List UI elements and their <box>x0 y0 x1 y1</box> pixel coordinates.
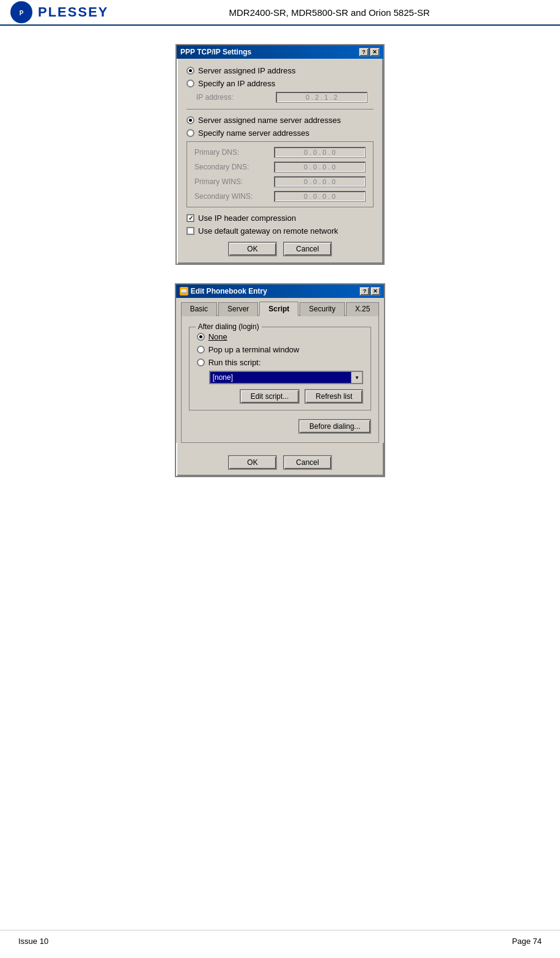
dialog1-titlebar: PPP TCP/IP Settings ? ✕ <box>177 45 383 59</box>
dialog2-cancel-button[interactable]: Cancel <box>283 455 332 470</box>
dialog1-controls: ? ✕ <box>359 48 380 56</box>
dialog2-ok-button[interactable]: OK <box>228 455 277 470</box>
dialog1-ok-button[interactable]: OK <box>228 242 277 256</box>
radio-none[interactable] <box>197 333 205 341</box>
dialog1-help-button[interactable]: ? <box>359 48 369 56</box>
page-title: MDR2400-SR, MDR5800-SR and Orion 5825-SR <box>108 7 550 18</box>
ip-address-group: IP address: 0 . 2 . 1 . 2 <box>196 92 374 103</box>
footer-page: Page 74 <box>512 937 542 946</box>
primary-wins-field[interactable]: 0 . 0 . 0 . 0 <box>274 176 366 187</box>
tab-x25[interactable]: X.25 <box>346 302 380 316</box>
radio-terminal-group: Pop up a terminal window <box>197 345 364 354</box>
tabs-container: Basic Server Script Security X.25 <box>181 302 380 316</box>
radio-run-script-label: Run this script: <box>208 358 261 367</box>
logo-text: PLESSEY <box>38 4 108 20</box>
primary-dns-field[interactable]: 0 . 0 . 0 . 0 <box>274 147 366 158</box>
dialog2-title-text: Edit Phonebook Entry <box>191 287 267 295</box>
dialog1-body: Server assigned IP address Specify an IP… <box>177 59 383 264</box>
radio-specify-ip[interactable] <box>186 80 194 87</box>
primary-wins-group: Primary WINS: 0 . 0 . 0 . 0 <box>194 176 366 187</box>
ip-address-field[interactable]: 0 . 2 . 1 . 2 <box>276 92 367 103</box>
radio-terminal[interactable] <box>197 346 205 354</box>
secondary-wins-label: Secondary WINS: <box>194 192 274 201</box>
dialog2-body: Basic Server Script Security X.25 <box>176 298 385 476</box>
ip-address-label: IP address: <box>196 93 276 102</box>
script-action-buttons: Edit script... Refresh list <box>197 389 364 404</box>
script-dropdown-area: [none] ▼ <box>209 371 364 384</box>
tab-security[interactable]: Security <box>300 302 344 316</box>
radio-terminal-label: Pop up a terminal window <box>208 345 300 354</box>
dialog2-buttons: OK Cancel <box>176 449 385 476</box>
secondary-wins-group: Secondary WINS: 0 . 0 . 0 . 0 <box>194 191 366 202</box>
radio-script-group: Run this script: <box>197 358 364 367</box>
radio-specify-ns-label: Specify name server addresses <box>198 128 309 138</box>
secondary-dns-label: Secondary DNS: <box>194 163 274 171</box>
radio-none-group: None <box>197 332 364 341</box>
edit-script-button[interactable]: Edit script... <box>240 389 300 404</box>
dialog2-titlebar: 📖 Edit Phonebook Entry ? ✕ <box>176 284 385 298</box>
separator1 <box>186 109 374 110</box>
radio-specify-ip-group: Specify an IP address <box>186 79 374 88</box>
after-dialing-group: After dialing (login) None Pop up a term… <box>189 327 372 410</box>
checkbox-ip-compression[interactable]: ✓ <box>186 214 194 222</box>
radio-none-label: None <box>208 332 227 341</box>
phonebook-icon: 📖 <box>180 287 188 295</box>
tab-server[interactable]: Server <box>218 302 258 316</box>
page-header: P PLESSEY MDR2400-SR, MDR5800-SR and Ori… <box>0 0 560 26</box>
primary-dns-label: Primary DNS: <box>194 148 274 157</box>
radio-server-ns-label: Server assigned name server addresses <box>198 116 341 125</box>
logo-area: P PLESSEY <box>10 1 108 24</box>
checkbox-default-gateway[interactable] <box>186 227 194 235</box>
dns-wins-section: Primary DNS: 0 . 0 . 0 . 0 Secondary DNS… <box>186 141 374 207</box>
radio-server-assigned-ip[interactable] <box>186 67 194 75</box>
page-content: PPP TCP/IP Settings ? ✕ Server assigned … <box>0 26 560 496</box>
plessey-logo-icon: P <box>10 1 33 24</box>
dialog2-controls: ? ✕ <box>359 287 380 295</box>
dialog1-title-left: PPP TCP/IP Settings <box>180 48 251 56</box>
checkbox-ip-compression-group: ✓ Use IP header compression <box>186 214 374 223</box>
tab-script-content: After dialing (login) None Pop up a term… <box>181 315 380 443</box>
script-select[interactable]: [none] ▼ <box>209 371 364 384</box>
ppp-tcp-ip-dialog: PPP TCP/IP Settings ? ✕ Server assigned … <box>175 44 385 265</box>
secondary-wins-field[interactable]: 0 . 0 . 0 . 0 <box>274 191 366 202</box>
primary-wins-label: Primary WINS: <box>194 177 274 186</box>
before-dialing-button[interactable]: Before dialing... <box>298 419 371 434</box>
tab-script[interactable]: Script <box>259 302 298 316</box>
checkbox-default-gateway-group: Use default gateway on remote network <box>186 226 374 236</box>
secondary-dns-group: Secondary DNS: 0 . 0 . 0 . 0 <box>194 162 366 173</box>
radio-specify-ns[interactable] <box>186 129 194 137</box>
radio-server-ns-group: Server assigned name server addresses <box>186 116 374 125</box>
dialog1-title-text: PPP TCP/IP Settings <box>180 48 251 56</box>
dialog1-close-button[interactable]: ✕ <box>370 48 380 56</box>
page-footer: Issue 10 Page 74 <box>0 930 560 946</box>
radio-server-ns[interactable] <box>186 116 194 124</box>
svg-text:P: P <box>20 10 24 17</box>
radio-run-script[interactable] <box>197 358 205 366</box>
radio-specify-ns-group: Specify name server addresses <box>186 128 374 138</box>
checkbox-ip-compression-label: Use IP header compression <box>198 214 296 223</box>
radio-specify-ip-label: Specify an IP address <box>198 79 275 88</box>
dialog2-help-button[interactable]: ? <box>359 287 369 295</box>
secondary-dns-field[interactable]: 0 . 0 . 0 . 0 <box>274 162 366 173</box>
dialog1-cancel-button[interactable]: Cancel <box>283 242 332 256</box>
after-dialing-label: After dialing (login) <box>196 322 262 331</box>
dialog1-buttons: OK Cancel <box>186 242 374 256</box>
primary-dns-group: Primary DNS: 0 . 0 . 0 . 0 <box>194 147 366 158</box>
dialog2-close-button[interactable]: ✕ <box>370 287 380 295</box>
footer-issue: Issue 10 <box>18 937 48 946</box>
edit-phonebook-dialog: 📖 Edit Phonebook Entry ? ✕ Basic Server <box>175 283 386 477</box>
script-select-value: [none] <box>210 372 352 383</box>
dialog2-title-left: 📖 Edit Phonebook Entry <box>180 287 267 295</box>
radio-server-assigned-ip-label: Server assigned IP address <box>198 66 295 75</box>
script-select-arrow[interactable]: ▼ <box>351 372 362 383</box>
checkbox-default-gateway-label: Use default gateway on remote network <box>198 226 338 236</box>
before-dialing-area: Before dialing... <box>189 419 372 434</box>
tab-basic[interactable]: Basic <box>181 302 217 316</box>
tabs-area: Basic Server Script Security X.25 <box>176 298 385 443</box>
radio-server-assigned-ip-group: Server assigned IP address <box>186 66 374 75</box>
refresh-list-button[interactable]: Refresh list <box>304 389 363 404</box>
